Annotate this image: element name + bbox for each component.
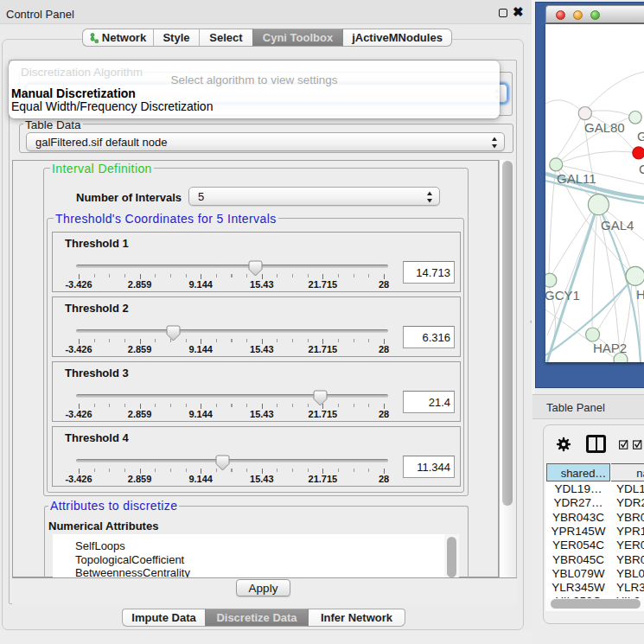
svg-text:GAL80: GAL80 xyxy=(584,120,625,135)
svg-text:G: G xyxy=(637,129,644,143)
svg-text:GAL4: GAL4 xyxy=(601,218,634,233)
svg-text:HAP2: HAP2 xyxy=(593,341,627,355)
svg-text:GAL11: GAL11 xyxy=(557,171,596,186)
svg-text:C: C xyxy=(639,162,644,176)
svg-text:H: H xyxy=(636,287,644,302)
svg-text:GCY1: GCY1 xyxy=(545,288,580,303)
